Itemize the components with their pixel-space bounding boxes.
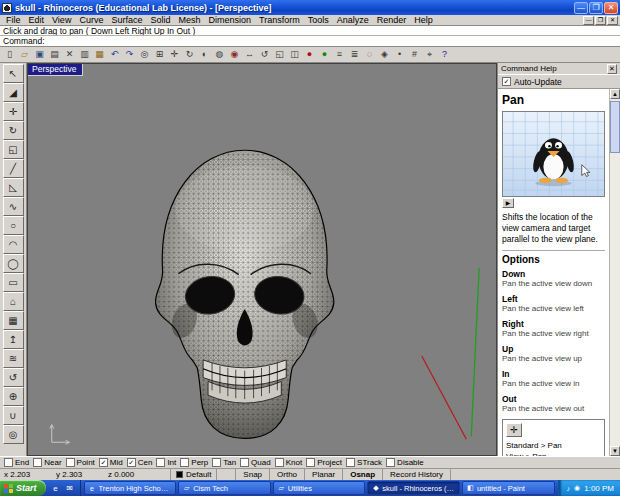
osnap-toggle[interactable]: Knot <box>275 458 302 467</box>
side-toolbar-button[interactable]: ◱ <box>3 140 24 159</box>
side-toolbar-button[interactable]: ↥ <box>3 330 24 349</box>
osnap-toggle[interactable]: Perp <box>180 458 208 467</box>
side-toolbar-button[interactable]: ↖ <box>3 64 24 83</box>
side-toolbar-button[interactable]: ◠ <box>3 235 24 254</box>
taskbar-task[interactable]: ◆ skull - Rhinoceros (Ed... <box>367 481 460 495</box>
menu-item[interactable]: Render <box>373 15 411 25</box>
toolbar-button[interactable]: ◍ <box>212 48 227 62</box>
menu-item[interactable]: Surface <box>107 15 146 25</box>
command-input[interactable] <box>45 36 617 46</box>
toolbar-button[interactable]: ↔ <box>242 48 257 62</box>
menu-item[interactable]: Tools <box>304 15 333 25</box>
restore-button[interactable]: ❐ <box>589 2 603 14</box>
osnap-checkbox[interactable] <box>306 458 315 467</box>
status-toggle-button[interactable]: Ortho <box>269 469 304 480</box>
scroll-track[interactable] <box>610 99 620 446</box>
toolbar-button[interactable]: ▣ <box>32 48 47 62</box>
osnap-toggle[interactable]: Project <box>306 458 342 467</box>
toolbar-button[interactable]: ≡ <box>332 48 347 62</box>
osnap-toggle[interactable]: Point <box>66 458 95 467</box>
quick-launch-icon[interactable]: e <box>50 482 62 494</box>
osnap-toggle[interactable]: End <box>4 458 29 467</box>
taskbar-task[interactable]: ▱ Cism Tech <box>178 481 271 495</box>
toolbar-button[interactable]: ◫ <box>287 48 302 62</box>
toolbar-button[interactable]: ▤ <box>47 48 62 62</box>
toolbar-button[interactable]: ◐ <box>197 48 212 62</box>
toolbar-button[interactable]: ◈ <box>377 48 392 62</box>
side-toolbar-button[interactable]: ↺ <box>3 368 24 387</box>
osnap-checkbox[interactable] <box>33 458 42 467</box>
osnap-toggle[interactable]: ✓ Cen <box>127 458 153 467</box>
minimize-button[interactable]: — <box>574 2 588 14</box>
menu-item[interactable]: Mesh <box>174 15 204 25</box>
toolbar-button[interactable]: ↻ <box>182 48 197 62</box>
taskbar-task[interactable]: ◧ untitled - Paint <box>462 481 555 495</box>
toolbar-button[interactable]: ● <box>302 48 317 62</box>
toolbar-button[interactable]: ↷ <box>122 48 137 62</box>
side-toolbar-button[interactable]: ▦ <box>3 311 24 330</box>
toolbar-button[interactable]: ⌖ <box>422 48 437 62</box>
side-toolbar-button[interactable]: ∿ <box>3 197 24 216</box>
side-toolbar-button[interactable]: ∪ <box>3 406 24 425</box>
start-button[interactable]: Start <box>0 480 46 496</box>
osnap-checkbox[interactable] <box>180 458 189 467</box>
toolbar-button[interactable]: ✛ <box>167 48 182 62</box>
title-bar[interactable]: skull - Rhinoceros (Educational Lab Lice… <box>0 0 620 15</box>
osnap-toggle[interactable]: Int <box>156 458 176 467</box>
osnap-checkbox[interactable]: ✓ <box>99 458 108 467</box>
help-panel-titlebar[interactable]: Command Help ✕ <box>498 63 620 75</box>
osnap-checkbox[interactable] <box>240 458 249 467</box>
side-toolbar-button[interactable]: ◺ <box>3 178 24 197</box>
auto-update-checkbox[interactable]: ✓ <box>502 77 511 86</box>
osnap-checkbox[interactable] <box>212 458 221 467</box>
osnap-checkbox[interactable] <box>386 458 395 467</box>
side-toolbar-button[interactable]: ◯ <box>3 254 24 273</box>
menu-item[interactable]: Help <box>410 15 437 25</box>
viewport-canvas[interactable] <box>28 64 496 455</box>
toolbar-button[interactable]: ↺ <box>257 48 272 62</box>
osnap-toggle[interactable]: Tan <box>212 458 236 467</box>
osnap-checkbox[interactable] <box>4 458 13 467</box>
side-toolbar-button[interactable]: ╱ <box>3 159 24 178</box>
animation-play-button[interactable]: ▶ <box>502 198 514 208</box>
menu-item[interactable]: Solid <box>146 15 174 25</box>
scroll-thumb[interactable] <box>610 101 620 153</box>
clock[interactable]: 1:00 PM <box>584 484 614 493</box>
toolbar-button[interactable]: ↶ <box>107 48 122 62</box>
child-restore-button[interactable]: ❐ <box>595 16 606 25</box>
menu-item[interactable]: File <box>2 15 25 25</box>
toolbar-button[interactable]: ● <box>317 48 332 62</box>
menu-item[interactable]: Curve <box>75 15 107 25</box>
menu-item[interactable]: View <box>48 15 75 25</box>
toolbar-button[interactable]: ▱ <box>17 48 32 62</box>
toolbar-button[interactable]: ◉ <box>227 48 242 62</box>
side-toolbar-button[interactable]: ↻ <box>3 121 24 140</box>
current-layer[interactable]: Default <box>170 469 217 480</box>
volume-tray-icon[interactable]: ♪ <box>567 485 571 492</box>
perspective-viewport[interactable]: Perspective <box>27 63 497 456</box>
side-toolbar-button[interactable]: ◢ <box>3 83 24 102</box>
help-scrollbar[interactable]: ▲ ▼ <box>609 89 620 456</box>
taskbar-task[interactable]: e Trenton High School - Ho... <box>84 481 177 495</box>
side-toolbar-button[interactable]: ⊕ <box>3 387 24 406</box>
toolbar-button[interactable]: ▥ <box>77 48 92 62</box>
side-toolbar-button[interactable]: ◎ <box>3 425 24 444</box>
menu-item[interactable]: Transform <box>255 15 304 25</box>
toolbar-button[interactable]: # <box>407 48 422 62</box>
osnap-toggle[interactable]: Disable <box>386 458 424 467</box>
menu-item[interactable]: Edit <box>25 15 49 25</box>
status-toggle-button[interactable]: Osnap <box>342 469 382 480</box>
menu-item[interactable]: Dimension <box>204 15 255 25</box>
osnap-checkbox[interactable]: ✓ <box>127 458 136 467</box>
status-toggle-button[interactable]: Planar <box>304 469 342 480</box>
status-toggle-button[interactable]: Record History <box>382 469 451 480</box>
osnap-checkbox[interactable] <box>346 458 355 467</box>
toolbar-button[interactable]: ✕ <box>62 48 77 62</box>
status-toggle-button[interactable]: Snap <box>235 469 269 480</box>
taskbar-task[interactable]: ▱ Utilities <box>273 481 366 495</box>
side-toolbar-button[interactable]: ○ <box>3 216 24 235</box>
child-minimize-button[interactable]: — <box>583 16 594 25</box>
osnap-toggle[interactable]: Quad <box>240 458 271 467</box>
toolbar-button[interactable]: • <box>392 48 407 62</box>
menu-item[interactable]: Analyze <box>333 15 373 25</box>
